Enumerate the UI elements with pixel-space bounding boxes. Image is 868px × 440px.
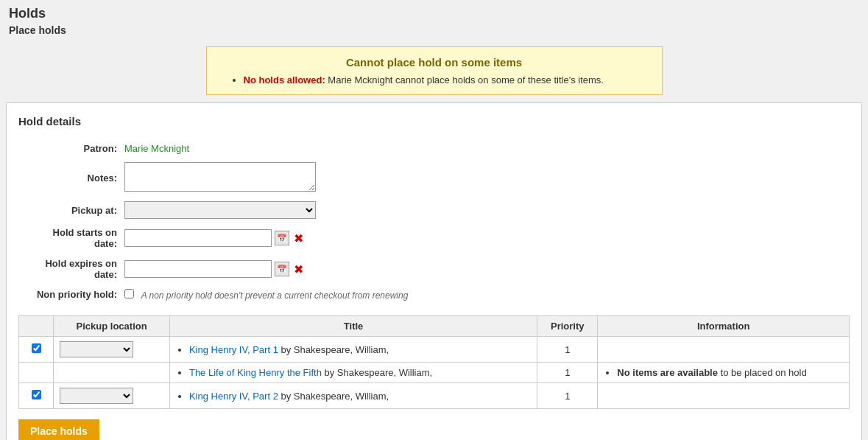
- warning-box: Cannot place hold on some items No holds…: [206, 46, 663, 95]
- row-info-cell: [598, 337, 850, 363]
- row-checkbox-cell: [19, 383, 54, 409]
- table-row: King Henry IV, Part 1 by Shakespeare, Wi…: [19, 337, 850, 363]
- row-pickup-select[interactable]: [60, 341, 133, 357]
- row-pickup-cell: [54, 363, 170, 383]
- place-holds-button[interactable]: Place holds: [18, 419, 99, 440]
- warning-text: Marie Mcknight cannot place holds on som…: [325, 74, 604, 85]
- non-priority-note: A non priority hold doesn't prevent a cu…: [141, 290, 409, 301]
- warning-title: Cannot place hold on some items: [222, 56, 647, 69]
- row-info-cell: [598, 383, 850, 409]
- non-priority-row: Non priority hold: A non priority hold d…: [20, 285, 848, 304]
- row-title-link[interactable]: King Henry IV, Part 1: [189, 344, 278, 355]
- items-table-header-row: Pickup location Title Priority Informati…: [19, 316, 850, 337]
- row-checkbox[interactable]: [32, 390, 41, 399]
- table-row: King Henry IV, Part 2 by Shakespeare, Wi…: [19, 383, 850, 409]
- hold-expires-input[interactable]: [124, 260, 272, 278]
- page-title: Holds: [9, 6, 859, 21]
- row-pickup-select[interactable]: [60, 388, 133, 404]
- hold-starts-calendar-icon[interactable]: 📅: [275, 231, 289, 245]
- items-table-head: Pickup location Title Priority Informati…: [19, 316, 850, 337]
- col-title: Title: [169, 316, 537, 337]
- hold-expires-calendar-icon[interactable]: 📅: [275, 262, 289, 276]
- hold-expires-clear-icon[interactable]: ✖: [294, 262, 303, 276]
- hold-expires-row: Hold expires ondate: 📅 ✖: [20, 254, 848, 284]
- warning-bold-label: No holds allowed:: [244, 74, 325, 85]
- row-checkbox-cell: [19, 363, 54, 383]
- patron-label: Patron:: [20, 139, 123, 158]
- hold-details-form: Patron: Marie Mcknight Notes: Pickup at:…: [18, 138, 850, 305]
- section-title: Hold details: [18, 115, 850, 128]
- page-subtitle: Place holds: [9, 24, 859, 36]
- row-checkbox[interactable]: [32, 343, 41, 353]
- hold-expires-label: Hold expires ondate:: [20, 254, 123, 284]
- items-table-body: King Henry IV, Part 1 by Shakespeare, Wi…: [19, 337, 850, 409]
- main-content: Hold details Patron: Marie Mcknight Note…: [6, 102, 862, 440]
- patron-row: Patron: Marie Mcknight: [20, 139, 848, 158]
- col-information: Information: [598, 316, 850, 337]
- pickup-label: Pickup at:: [20, 198, 123, 222]
- row-priority-cell: 1: [537, 337, 598, 363]
- warning-item: No holds allowed: Marie Mcknight cannot …: [244, 74, 647, 85]
- patron-value: Marie Mcknight: [124, 143, 189, 154]
- non-priority-label: Non priority hold:: [20, 285, 123, 304]
- notes-input[interactable]: [124, 162, 316, 192]
- hold-starts-input[interactable]: [124, 229, 272, 247]
- hold-expires-input-wrap: 📅 ✖: [124, 260, 303, 278]
- col-priority: Priority: [537, 316, 598, 337]
- row-title-link[interactable]: The Life of King Henry the Fifth: [189, 367, 322, 378]
- non-priority-checkbox[interactable]: [124, 289, 134, 298]
- hold-starts-label: Hold starts ondate:: [20, 223, 123, 253]
- row-pickup-cell: [54, 337, 170, 363]
- row-title-cell: King Henry IV, Part 2 by Shakespeare, Wi…: [169, 383, 537, 409]
- col-checkbox: [19, 316, 54, 337]
- row-title-link[interactable]: King Henry IV, Part 2: [189, 391, 278, 402]
- hold-starts-row: Hold starts ondate: 📅 ✖: [20, 223, 848, 253]
- hold-starts-input-wrap: 📅 ✖: [124, 229, 303, 247]
- page-header: Holds Place holds: [0, 0, 868, 39]
- row-priority-cell: 1: [537, 363, 598, 383]
- notes-label: Notes:: [20, 159, 123, 197]
- table-row: The Life of King Henry the Fifth by Shak…: [19, 363, 850, 383]
- warning-list: No holds allowed: Marie Mcknight cannot …: [222, 74, 647, 85]
- row-pickup-cell: [54, 383, 170, 409]
- row-priority-cell: 1: [537, 383, 598, 409]
- hold-starts-clear-icon[interactable]: ✖: [294, 231, 303, 245]
- items-table: Pickup location Title Priority Informati…: [18, 315, 850, 409]
- row-checkbox-cell: [19, 337, 54, 363]
- row-info-cell: No items are available to be placed on h…: [598, 363, 850, 383]
- pickup-select[interactable]: [124, 201, 316, 219]
- row-title-cell: King Henry IV, Part 1 by Shakespeare, Wi…: [169, 337, 537, 363]
- notes-row: Notes:: [20, 159, 848, 197]
- col-pickup-location: Pickup location: [54, 316, 170, 337]
- pickup-row: Pickup at:: [20, 198, 848, 222]
- row-title-cell: The Life of King Henry the Fifth by Shak…: [169, 363, 537, 383]
- row-info-bold: No items are available: [617, 367, 718, 378]
